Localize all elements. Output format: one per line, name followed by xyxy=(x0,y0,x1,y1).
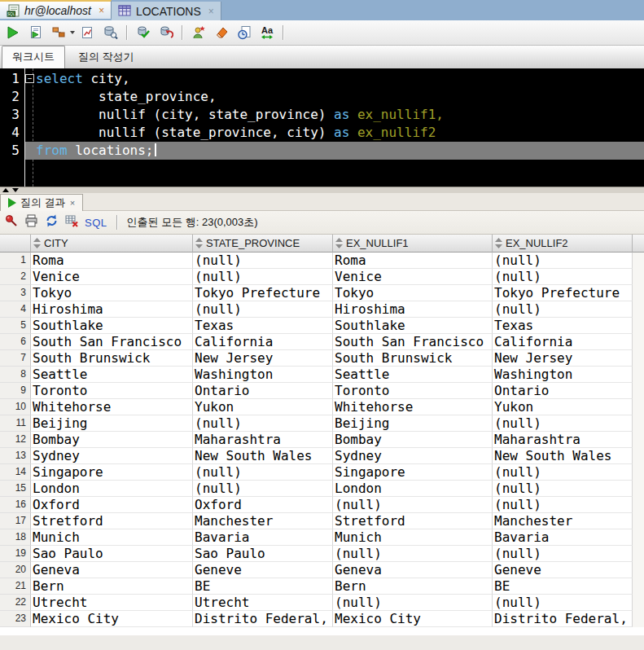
tab-query-result[interactable]: 질의 결과 × xyxy=(0,194,83,211)
tab-worksheet-hr-localhost[interactable]: SQL hr@localhost × xyxy=(0,0,112,19)
table-cell[interactable]: Sydney xyxy=(333,448,493,464)
row-number[interactable]: 15 xyxy=(0,481,31,497)
sql-history-button[interactable] xyxy=(234,23,254,42)
table-cell[interactable]: Singapore xyxy=(333,464,493,481)
row-number[interactable]: 18 xyxy=(0,529,31,546)
autotrace-button[interactable] xyxy=(78,23,98,42)
table-cell[interactable]: Venice xyxy=(333,269,493,285)
table-cell[interactable]: (null) xyxy=(493,253,633,269)
table-row[interactable]: 8SeattleWashingtonSeattleWashington xyxy=(0,367,644,383)
table-cell[interactable]: New Jersey xyxy=(193,350,333,367)
table-cell[interactable]: Bern xyxy=(31,578,193,595)
table-cell[interactable]: (null) xyxy=(193,253,333,269)
table-cell[interactable]: South Brunswick xyxy=(333,350,493,367)
table-cell[interactable]: Singapore xyxy=(31,464,193,481)
code-line[interactable]: 1−select city, xyxy=(0,70,644,88)
code-line[interactable]: 2 state_province, xyxy=(0,88,644,106)
column-header-ex_nullif1[interactable]: EX_NULLIF1 xyxy=(333,235,493,253)
row-number[interactable]: 7 xyxy=(0,350,31,367)
table-row[interactable]: 12BombayMaharashtraBombayMaharashtra xyxy=(0,432,644,448)
code-line[interactable]: 5from locations; xyxy=(0,142,644,160)
table-cell[interactable]: Manchester xyxy=(493,513,633,529)
table-cell[interactable]: Tokyo Prefecture xyxy=(493,285,633,301)
table-cell[interactable]: (null) xyxy=(493,481,633,497)
close-icon[interactable]: × xyxy=(208,7,214,16)
table-cell[interactable]: Bombay xyxy=(31,432,193,448)
table-cell[interactable]: California xyxy=(493,334,633,350)
table-cell[interactable]: (null) xyxy=(193,301,333,318)
sql-tuning-advisor-button[interactable] xyxy=(101,23,120,42)
table-cell[interactable]: Beijing xyxy=(31,415,193,432)
rollback-button[interactable] xyxy=(156,23,176,42)
table-cell[interactable]: South Brunswick xyxy=(31,350,193,367)
table-row[interactable]: 20GenevaGeneveGenevaGeneve xyxy=(0,562,644,578)
table-row[interactable]: 5SouthlakeTexasSouthlakeTexas xyxy=(0,318,644,334)
row-number[interactable]: 19 xyxy=(0,546,31,562)
run-statement-button[interactable] xyxy=(3,23,23,42)
table-cell[interactable]: Hiroshima xyxy=(333,301,493,318)
sql-editor[interactable]: 1−select city,2 state_province,3 nullif … xyxy=(0,68,644,187)
row-number[interactable]: 4 xyxy=(0,301,31,318)
table-cell[interactable]: Distrito Federal, xyxy=(493,611,633,627)
row-number[interactable]: 23 xyxy=(0,611,31,627)
table-cell[interactable]: Stretford xyxy=(31,513,193,529)
table-cell[interactable]: Yukon xyxy=(493,399,633,415)
table-row[interactable]: 21BernBEBernBE xyxy=(0,578,644,595)
table-cell[interactable]: New South Wales xyxy=(193,448,333,464)
table-row[interactable]: 18MunichBavariaMunichBavaria xyxy=(0,529,644,546)
fold-collapse-icon[interactable]: − xyxy=(25,74,34,83)
table-cell[interactable]: New South Wales xyxy=(493,448,633,464)
table-row[interactable]: 10WhitehorseYukonWhitehorseYukon xyxy=(0,399,644,415)
table-cell[interactable]: Oxford xyxy=(31,497,193,513)
table-cell[interactable]: Seattle xyxy=(333,367,493,383)
row-number[interactable]: 22 xyxy=(0,595,31,611)
table-cell[interactable]: (null) xyxy=(333,546,493,562)
table-cell[interactable]: (null) xyxy=(193,269,333,285)
table-cell[interactable]: Munich xyxy=(333,529,493,546)
table-cell[interactable]: South San Francisco xyxy=(333,334,493,350)
run-script-button[interactable] xyxy=(26,23,46,42)
table-cell[interactable]: Texas xyxy=(493,318,633,334)
table-cell[interactable]: Whitehorse xyxy=(31,399,193,415)
table-cell[interactable]: Munich xyxy=(31,529,193,546)
table-cell[interactable]: Ontario xyxy=(493,383,633,399)
table-cell[interactable]: Sao Paulo xyxy=(193,546,333,562)
tab-query-builder[interactable]: 질의 작성기 xyxy=(65,46,144,68)
table-row[interactable]: 23Mexico CityDistrito Federal,Mexico Cit… xyxy=(0,611,644,627)
table-cell[interactable]: (null) xyxy=(333,595,493,611)
table-cell[interactable]: South San Francisco xyxy=(31,334,193,350)
column-header-city[interactable]: CITY xyxy=(31,235,193,253)
table-cell[interactable]: (null) xyxy=(493,269,633,285)
code-line[interactable]: 3 nullif (city, state_province) as ex_nu… xyxy=(0,106,644,124)
explain-plan-dropdown-icon[interactable] xyxy=(70,31,75,34)
table-cell[interactable]: Toronto xyxy=(31,383,193,399)
table-cell[interactable]: BE xyxy=(193,578,333,595)
table-cell[interactable]: New Jersey xyxy=(493,350,633,367)
table-cell[interactable]: Stretford xyxy=(333,513,493,529)
explain-plan-button[interactable] xyxy=(49,23,68,42)
code-line[interactable]: 4 nullif (state_province, city) as ex_nu… xyxy=(0,124,644,142)
tab-locations-table[interactable]: LOCATIONS × xyxy=(112,2,221,20)
table-cell[interactable]: Utrecht xyxy=(193,595,333,611)
table-cell[interactable]: Southlake xyxy=(31,318,193,334)
refresh-button[interactable] xyxy=(45,214,59,231)
table-cell[interactable]: Bombay xyxy=(333,432,493,448)
row-number[interactable]: 1 xyxy=(0,253,31,269)
row-number[interactable]: 17 xyxy=(0,513,31,529)
row-number[interactable]: 11 xyxy=(0,415,31,432)
table-cell[interactable]: (null) xyxy=(193,415,333,432)
tab-worksheet[interactable]: 워크시트 xyxy=(2,46,65,68)
row-number[interactable]: 12 xyxy=(0,432,31,448)
table-cell[interactable]: Texas xyxy=(193,318,333,334)
table-cell[interactable]: (null) xyxy=(493,595,633,611)
table-cell[interactable]: Roma xyxy=(333,253,493,269)
table-cell[interactable]: Sydney xyxy=(31,448,193,464)
table-cell[interactable]: (null) xyxy=(193,464,333,481)
row-number[interactable]: 6 xyxy=(0,334,31,350)
column-header-state_province[interactable]: STATE_PROVINCE xyxy=(193,235,333,253)
column-header-ex_nullif2[interactable]: EX_NULLIF2 xyxy=(493,235,633,253)
table-row[interactable]: 9TorontoOntarioTorontoOntario xyxy=(0,383,644,399)
table-cell[interactable]: Oxford xyxy=(193,497,333,513)
table-cell[interactable]: (null) xyxy=(333,497,493,513)
splitter-collapse-down-icon[interactable] xyxy=(12,188,19,192)
